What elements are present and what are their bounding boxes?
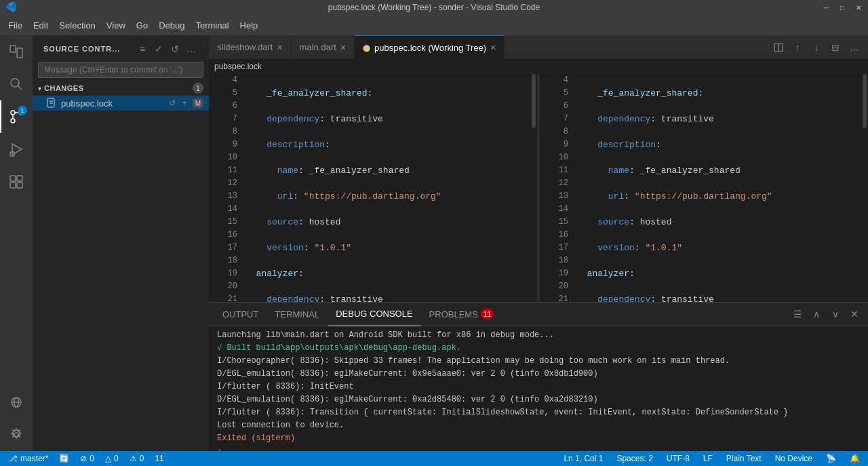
activity-bottom [0, 386, 33, 451]
panel-line-7: I/flutter ( 8336): Transition { currentS… [217, 406, 860, 419]
file-action-revert[interactable]: ↺ [167, 98, 178, 109]
remote-icon: 📡 [826, 454, 836, 463]
activity-item-settings[interactable] [0, 419, 33, 451]
source-control-badge: 1 [18, 106, 27, 115]
editor-pane-left: 45678 910111213 1415161718 1920212223 24… [209, 74, 537, 302]
file-actions: ↺ + [167, 98, 190, 109]
menu-help[interactable]: Help [235, 15, 264, 35]
left-scrollbar-thumb[interactable] [532, 74, 536, 128]
activity-bar: 1 [0, 35, 33, 451]
close-button[interactable]: ✕ [854, 3, 863, 12]
tab-label-main: main.dart [300, 42, 336, 52]
menu-terminal[interactable]: Terminal [190, 15, 234, 35]
sidebar-action-checkmark[interactable]: ✓ [152, 42, 165, 56]
file-name-pubspec: pubspec.lock [61, 98, 167, 109]
menu-go[interactable]: Go [131, 15, 153, 35]
commit-message-input[interactable] [38, 62, 203, 78]
sidebar-actions: ≡ ✓ ↺ … [136, 42, 198, 56]
activity-item-explorer[interactable] [0, 35, 33, 68]
tab-modified-dot: ⬤ [363, 44, 370, 52]
left-scrollbar[interactable] [530, 74, 537, 302]
status-encoding[interactable]: UTF-8 [664, 454, 692, 463]
prompt-char: › [217, 445, 222, 451]
right-scrollbar-thumb[interactable] [863, 74, 867, 128]
status-warnings[interactable]: △ 0 [102, 454, 121, 463]
menu-debug[interactable]: Debug [153, 15, 190, 35]
panel-line-9: Exited (sigterm) [217, 432, 860, 445]
status-bar-left: ⎇ master* 🔄 ⊘ 0 △ 0 ⚠ 0 11 [5, 454, 167, 463]
tab-action-more[interactable]: … [846, 39, 863, 56]
tab-action-up[interactable]: ↑ [789, 39, 806, 56]
status-remote[interactable]: 📡 [823, 454, 839, 463]
menu-view[interactable]: View [101, 15, 131, 35]
menu-selection[interactable]: Selection [54, 15, 100, 35]
breadcrumb-file[interactable]: pubspec.lock [214, 62, 262, 71]
svg-rect-11 [17, 176, 22, 181]
changes-header[interactable]: ▾ CHANGES 1 [33, 81, 209, 96]
svg-rect-13 [17, 182, 22, 188]
status-position[interactable]: Ln 1, Col 1 [561, 454, 606, 463]
svg-rect-0 [10, 45, 16, 52]
breadcrumb-bar: pubspec.lock [209, 59, 868, 74]
status-sync[interactable]: 🔄 [56, 454, 72, 463]
sidebar-action-more[interactable]: … [184, 42, 198, 56]
panel-line-1: Launching lib\main.dart on Android SDK b… [217, 329, 860, 342]
activity-item-run[interactable] [0, 133, 33, 166]
status-language[interactable]: Plain Text [724, 454, 764, 463]
file-action-stage[interactable]: + [179, 98, 190, 109]
activity-item-remote[interactable] [0, 386, 33, 419]
minimize-button[interactable]: ─ [822, 3, 830, 12]
language-mode: Plain Text [726, 454, 762, 463]
tab-close-slideshow[interactable]: × [277, 42, 282, 53]
panel-action-up[interactable]: ∧ [808, 306, 825, 322]
status-spaces[interactable]: Spaces: 2 [614, 454, 655, 463]
status-device[interactable]: No Device [772, 454, 815, 463]
warning-count: 0 [114, 454, 119, 463]
file-item-pubspec[interactable]: pubspec.lock ↺ + M [33, 96, 209, 111]
tab-label-slideshow: slideshow.dart [217, 42, 273, 52]
commit-input-row [33, 59, 209, 81]
sidebar-action-refresh[interactable]: ↺ [168, 42, 182, 56]
app-icon [5, 1, 16, 14]
right-scrollbar[interactable] [861, 74, 868, 302]
tab-action-down[interactable]: ↓ [808, 39, 825, 56]
activity-item-source-control[interactable]: 1 [0, 100, 33, 133]
tab-close-pubspec[interactable]: × [490, 42, 496, 53]
tab-main[interactable]: main.dart × [292, 35, 355, 59]
tab-action-split[interactable] [770, 39, 787, 56]
error-count: 0 [90, 454, 94, 463]
tab-slideshow[interactable]: slideshow.dart × [209, 35, 292, 59]
error-icon: ⊘ [80, 454, 87, 463]
svg-point-4 [11, 111, 15, 115]
panel-actions: ☰ ∧ ∨ ✕ [789, 306, 863, 322]
status-errors[interactable]: ⊘ 0 [77, 454, 97, 463]
panel-tab-output[interactable]: OUTPUT [214, 303, 267, 326]
tab-close-main[interactable]: × [340, 42, 346, 53]
activity-item-search[interactable] [0, 68, 33, 100]
panel-tab-terminal[interactable]: TERMINAL [267, 303, 328, 326]
info-icon: ⚠ [130, 454, 137, 463]
status-eol[interactable]: LF [701, 454, 715, 463]
sidebar-action-list[interactable]: ≡ [136, 42, 149, 56]
activity-item-extensions[interactable] [0, 166, 33, 198]
line-numbers-right: 45678 910111213 1415161718 1920212223 24… [540, 74, 574, 302]
panel-tab-debug-console[interactable]: DEBUG CONSOLE [328, 303, 420, 326]
status-info[interactable]: ⚠ 0 [127, 454, 147, 463]
svg-rect-10 [10, 176, 16, 181]
menu-file[interactable]: File [3, 15, 28, 35]
panel-tabs: OUTPUT TERMINAL DEBUG CONSOLE PROBLEMS 1… [209, 303, 868, 326]
status-bell[interactable]: 🔔 [847, 454, 863, 463]
status-notifications[interactable]: 11 [152, 454, 166, 463]
menu-edit[interactable]: Edit [28, 15, 54, 35]
status-branch[interactable]: ⎇ master* [5, 454, 51, 463]
panel-action-down[interactable]: ∨ [827, 306, 844, 322]
panel-tab-problems[interactable]: PROBLEMS 11 [421, 303, 502, 326]
maximize-button[interactable]: □ [838, 3, 846, 12]
panel-action-close[interactable]: ✕ [846, 306, 863, 322]
tab-pubspec[interactable]: ⬤ pubspec.lock (Working Tree) × [355, 35, 505, 59]
panel-action-list[interactable]: ☰ [789, 306, 806, 322]
tab-action-inline[interactable]: ⊟ [827, 39, 844, 56]
panel-content: Launching lib\main.dart on Android SDK b… [209, 326, 868, 451]
status-bar-right: Ln 1, Col 1 Spaces: 2 UTF-8 LF Plain Tex… [561, 454, 863, 463]
notification-count: 11 [155, 454, 163, 463]
